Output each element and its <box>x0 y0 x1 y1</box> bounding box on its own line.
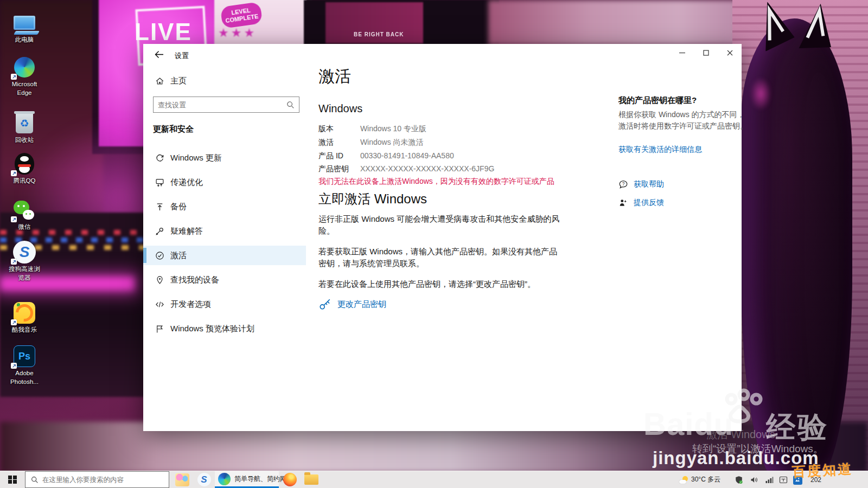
shortcut-arrow-icon <box>11 259 17 265</box>
icon-label: 微信 <box>18 223 31 230</box>
cat-ear-right <box>795 1 838 54</box>
sidebar-item-troubleshoot[interactable]: 疑难解答 <box>143 221 306 241</box>
info-value: XXXXX-XXXXX-XXXXX-XXXXX-6JF9G <box>360 164 494 173</box>
windows-section-heading: Windows <box>318 102 362 115</box>
sidebar-item-backup[interactable]: 备份 <box>143 197 306 216</box>
sidebar-item-find-my-device[interactable]: 查找我的设备 <box>143 270 306 290</box>
shortcut-arrow-icon <box>11 74 17 80</box>
windows-update-icon <box>155 153 164 163</box>
sidebar-item-label: 疑难解答 <box>170 226 203 236</box>
wallpaper-pink-blur <box>488 0 743 46</box>
paragraph-change-key: 若要在此设备上使用其他产品密钥，请选择“更改产品密钥”。 <box>318 278 560 290</box>
sidebar-item-label: 主页 <box>170 76 187 86</box>
wallpaper-brb-screen <box>326 2 423 43</box>
recycle-bin-icon: ♻ <box>16 113 33 133</box>
shortcut-arrow-icon <box>11 319 17 325</box>
developer-options-icon <box>155 300 164 309</box>
minimize-button[interactable] <box>670 44 694 61</box>
icon-label: 搜狗高速浏 <box>9 265 40 273</box>
wallpaper-level-complete-badge: LEVEL COMPLETE <box>220 2 263 29</box>
desktop-icon-edge[interactable]: Microsoft Edge <box>1 55 48 97</box>
sidebar-item-label: 激活 <box>170 251 187 261</box>
taskbar-search-input[interactable] <box>42 476 169 484</box>
sidebar-item-delivery-optimization[interactable]: 传递优化 <box>143 172 306 192</box>
sidebar-item-windows-update[interactable]: Windows 更新 <box>143 148 306 168</box>
change-product-key-link[interactable]: 更改产品密钥 <box>318 298 386 311</box>
input-method-icon[interactable] <box>778 474 789 485</box>
taskbar-search-box[interactable] <box>25 471 169 488</box>
aside-body: 根据你获取 Windows 的方式的不同，激活时将使用数字许可证或产品密钥。 <box>618 109 749 132</box>
network-icon[interactable] <box>764 474 775 485</box>
icon-label: Photosh... <box>10 378 39 386</box>
taskbar-sogou-button[interactable]: S <box>193 471 215 488</box>
sidebar-item-label: 备份 <box>170 202 187 212</box>
svg-text:?: ? <box>622 181 625 187</box>
sidebar-item-windows-insider[interactable]: Windows 预览体验计划 <box>143 319 306 338</box>
settings-search-box[interactable] <box>153 97 299 113</box>
info-row-product-id: 产品 ID 00330-81491-10849-AA580 <box>318 151 454 161</box>
give-feedback-label: 提供反馈 <box>634 198 664 208</box>
desktop-icon-kuwo[interactable]: 酷我音乐 <box>1 301 48 333</box>
baidu-watermark-cn: 经验 <box>766 408 829 447</box>
sidebar-item-label: 传递优化 <box>170 177 203 188</box>
desktop-icon-sogou[interactable]: S 搜狗高速浏 览器 <box>1 240 48 282</box>
get-help-link[interactable]: ? 获取帮助 <box>618 179 664 189</box>
troubleshoot-wrench-icon <box>155 227 164 236</box>
headphone-glow <box>750 77 771 111</box>
qq-icon <box>15 153 34 175</box>
close-button[interactable] <box>718 44 742 61</box>
info-label: 产品密钥 <box>318 164 358 174</box>
give-feedback-link[interactable]: 提供反馈 <box>618 198 664 208</box>
tray-app-icon[interactable] <box>792 474 803 485</box>
desktop: LIVE LEVEL COMPLETE ★★★ BE RIGHT BACK 此电… <box>0 0 868 488</box>
windows-activate-watermark-line2: 转到“设置”以激活Windows。 <box>692 442 824 456</box>
wallpaper-monitor-bezel <box>304 0 499 47</box>
desktop-icon-wechat[interactable]: 微信 <box>1 198 48 230</box>
weather-widget[interactable]: 30°C 多云 <box>679 471 733 488</box>
paragraph-risk: 运行非正版 Windows 可能会增大遭受病毒攻击和其他安全威胁的风险。 <box>318 213 560 237</box>
info-row-edition: 版本 Windows 10 专业版 <box>318 124 426 134</box>
info-value: Windows 10 专业版 <box>360 124 426 133</box>
search-highlights-button[interactable] <box>171 471 193 488</box>
help-chat-icon: ? <box>618 179 628 189</box>
taskbar-firefox-button[interactable] <box>279 471 301 488</box>
get-help-label: 获取帮助 <box>634 179 664 189</box>
jingyan-url-watermark: jingyan.baidu.com <box>653 448 819 468</box>
info-value: 00330-81491-10849-AA580 <box>360 151 454 160</box>
kuwo-music-icon <box>14 302 35 324</box>
sidebar-item-activation[interactable]: 激活 <box>143 246 306 265</box>
maximize-button[interactable] <box>694 44 718 61</box>
activation-error-text: 我们无法在此设备上激活Windows，因为没有有效的数字许可证或产品 <box>318 177 554 187</box>
firefox-icon <box>283 473 297 486</box>
taskbar-explorer-button[interactable] <box>301 471 322 488</box>
info-row-product-key: 产品密钥 XXXXX-XXXXX-XXXXX-XXXXX-6JF9G <box>318 164 494 174</box>
desktop-icon-qq[interactable]: 腾讯QQ <box>1 152 48 184</box>
edge-icon <box>218 473 231 485</box>
paragraph-genuine: 若要获取正版 Windows，请输入其他产品密钥。如果没有其他产品密钥，请与系统… <box>318 246 560 269</box>
settings-search-input[interactable] <box>154 101 286 109</box>
taskbar-edge-button[interactable]: 简单导航、简约网... <box>215 471 279 488</box>
taskbar-clock[interactable]: 202 <box>810 471 821 488</box>
icon-label: 览器 <box>18 274 31 281</box>
find-my-device-icon <box>155 275 164 285</box>
icon-label: 腾讯QQ <box>14 177 36 184</box>
sidebar-item-developer-options[interactable]: 开发者选项 <box>143 294 306 314</box>
desktop-icon-recycle-bin[interactable]: ♻ 回收站 <box>1 111 48 144</box>
desktop-icon-this-pc[interactable]: 此电脑 <box>1 11 48 43</box>
windows-logo-icon <box>8 476 17 484</box>
clock-text: 202 <box>810 476 821 484</box>
back-button[interactable] <box>150 47 168 62</box>
shortcut-arrow-icon <box>11 170 17 176</box>
wallpaper-blinds-shade <box>732 0 868 477</box>
volume-icon[interactable] <box>749 474 760 485</box>
sidebar-item-home[interactable]: 主页 <box>143 72 306 89</box>
shortcut-arrow-icon <box>11 363 17 369</box>
weather-sun-cloud-icon <box>679 476 688 484</box>
aside-heading: 我的产品密钥在哪里? <box>618 95 697 106</box>
activation-info-link[interactable]: 获取有关激活的详细信息 <box>618 145 702 155</box>
desktop-icon-photoshop[interactable]: Ps Adobe Photosh... <box>1 344 48 386</box>
backup-icon <box>155 202 164 211</box>
start-button[interactable] <box>0 471 25 488</box>
security-shield-icon[interactable] <box>733 474 744 485</box>
search-icon <box>31 476 39 484</box>
